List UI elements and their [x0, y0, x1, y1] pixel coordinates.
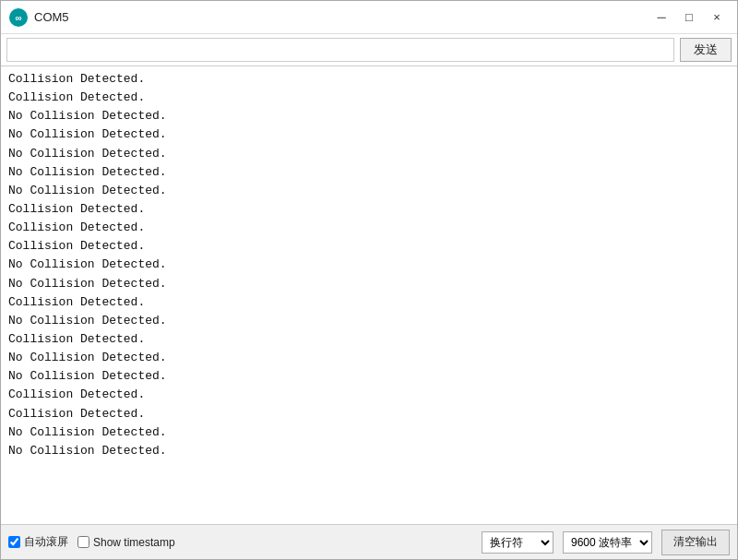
close-button[interactable]: ×	[704, 6, 730, 30]
input-bar: 发送	[1, 34, 737, 66]
send-button[interactable]: 发送	[680, 38, 732, 62]
minimize-button[interactable]: ─	[649, 6, 674, 30]
serial-line: No Collision Detected.	[8, 163, 730, 182]
show-timestamp-label: Show timestamp	[93, 536, 175, 549]
line-ending-select[interactable]: 换行符无行尾回车两者均有	[482, 531, 554, 554]
serial-line: No Collision Detected.	[8, 125, 730, 144]
serial-line: Collision Detected.	[8, 219, 730, 237]
status-bar: 自动滚屏 Show timestamp 换行符无行尾回车两者均有 3001200…	[1, 524, 737, 559]
window-title: COM5	[34, 10, 649, 24]
auto-scroll-checkbox-wrapper[interactable]: 自动滚屏	[8, 534, 68, 550]
show-timestamp-checkbox-wrapper[interactable]: Show timestamp	[77, 536, 175, 549]
serial-line: No Collision Detected.	[8, 145, 730, 163]
serial-line: No Collision Detected.	[8, 349, 730, 367]
serial-line: Collision Detected.	[8, 200, 730, 219]
clear-output-button[interactable]: 清空输出	[661, 530, 730, 555]
serial-line: No Collision Detected.	[8, 275, 730, 293]
serial-line: Collision Detected.	[8, 70, 730, 89]
serial-line: Collision Detected.	[8, 386, 730, 404]
serial-line: No Collision Detected.	[8, 256, 730, 274]
baud-rate-select[interactable]: 3001200240048009600 波特率19200384005760074…	[563, 531, 652, 554]
serial-line: No Collision Detected.	[8, 312, 730, 330]
serial-output-area: Collision Detected.Collision Detected.No…	[1, 66, 737, 524]
window-controls: ─ □ ×	[649, 6, 730, 30]
serial-line: No Collision Detected.	[8, 423, 730, 442]
serial-line: Collision Detected.	[8, 237, 730, 256]
serial-line: Collision Detected.	[8, 89, 730, 107]
serial-monitor-window: ∞ COM5 ─ □ × 发送 Collision Detected.Colli…	[0, 0, 738, 560]
serial-line: No Collision Detected.	[8, 442, 730, 460]
serial-line: No Collision Detected.	[8, 182, 730, 200]
serial-line: Collision Detected.	[8, 405, 730, 423]
svg-text:∞: ∞	[15, 13, 21, 23]
title-bar: ∞ COM5 ─ □ ×	[1, 1, 737, 34]
arduino-icon: ∞	[8, 7, 29, 28]
serial-line: Collision Detected.	[8, 293, 730, 312]
auto-scroll-checkbox[interactable]	[8, 536, 20, 548]
show-timestamp-checkbox[interactable]	[77, 536, 89, 548]
maximize-button[interactable]: □	[676, 6, 702, 30]
auto-scroll-label: 自动滚屏	[24, 534, 68, 550]
serial-line: No Collision Detected.	[8, 107, 730, 125]
serial-line: No Collision Detected.	[8, 367, 730, 386]
serial-input[interactable]	[6, 38, 674, 62]
serial-line: Collision Detected.	[8, 330, 730, 349]
